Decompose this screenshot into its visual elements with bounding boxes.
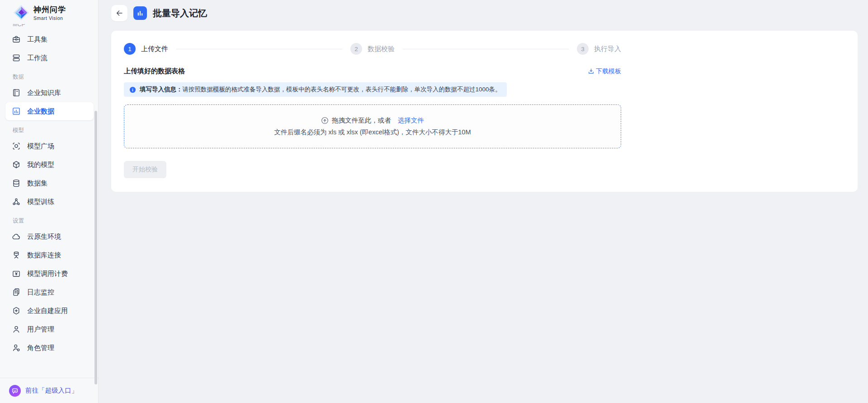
page-header: 批量导入记忆 xyxy=(99,0,868,26)
cloud-icon xyxy=(12,232,21,241)
sidebar-item-label: 云原生环境 xyxy=(27,232,61,241)
sidebar-item-label: 我的模型 xyxy=(27,161,54,169)
super-entry-link[interactable]: 前往「超级入口」 xyxy=(0,378,98,403)
sidebar-item-label: 模型训练 xyxy=(27,198,54,206)
step-execute-import: 3 执行导入 xyxy=(577,43,621,55)
import-info-banner: 填写导入信息：请按照数据模板的格式准备导入数据，模板中的表头名称不可更改，表头行… xyxy=(124,82,507,97)
toolset-icon xyxy=(12,35,21,44)
dropzone-hint-text: 文件后缀名必须为 xls 或 xlsx (即excel格式)，文件大小不得大于1… xyxy=(274,128,471,137)
role-management-icon xyxy=(12,343,21,352)
sidebar-item-label: 模型广场 xyxy=(27,142,54,151)
custom-app-icon xyxy=(12,306,21,315)
sidebar-item-model-training[interactable]: 模型训练 xyxy=(5,193,94,211)
sidebar-item-dataset[interactable]: 数据集 xyxy=(5,174,94,192)
step-data-validation: 2 数据校验 xyxy=(350,43,395,55)
back-button[interactable] xyxy=(111,5,127,21)
start-validation-button[interactable]: 开始校验 xyxy=(124,161,166,178)
sidebar-scrollbar[interactable] xyxy=(94,111,97,384)
model-training-icon xyxy=(12,197,21,206)
brand-subtitle: Smart Vision xyxy=(33,15,66,21)
sidebar-item-workflow[interactable]: 工作流 xyxy=(5,49,94,67)
info-icon xyxy=(129,86,136,93)
sidebar-item-cloud-native[interactable]: 云原生环境 xyxy=(5,228,94,246)
sidebar: 神州问学 Smart Vision MCP 工具集 工作流 数据 企业知识库 企… xyxy=(0,0,99,403)
workflow-icon xyxy=(12,53,21,62)
sidebar-item-my-models[interactable]: 我的模型 xyxy=(5,156,94,174)
section-label-model: 模型 xyxy=(0,127,98,134)
knowledge-base-icon xyxy=(12,88,21,97)
upload-section-title: 上传填好的数据表格 xyxy=(124,67,185,76)
step-upload-file: 1 上传文件 xyxy=(124,43,168,55)
brand-name: 神州问学 xyxy=(33,5,66,15)
sidebar-item-log-monitor[interactable]: 日志监控 xyxy=(5,283,94,301)
billing-icon xyxy=(12,269,21,278)
drag-text: 拖拽文件至此，或者 xyxy=(332,116,391,125)
info-banner-text: 填写导入信息：请按照数据模板的格式准备导入数据，模板中的表头名称不可更改，表头行… xyxy=(140,85,501,94)
database-connection-icon xyxy=(12,251,21,260)
log-monitor-icon xyxy=(12,288,21,297)
sidebar-item-label: 数据库连接 xyxy=(27,251,61,260)
model-plaza-icon xyxy=(12,142,21,151)
sidebar-item-label: 工具集 xyxy=(27,35,47,44)
download-template-label: 下载模板 xyxy=(596,67,621,76)
sidebar-item-custom-app[interactable]: 企业自建应用 xyxy=(5,302,94,320)
main-content: 批量导入记忆 1 上传文件 2 数据校验 3 执行导入 xyxy=(99,0,868,403)
sidebar-item-billing[interactable]: 模型调用计费 xyxy=(5,265,94,283)
super-entry-label: 前往「超级入口」 xyxy=(25,386,78,395)
section-label-settings: 设置 xyxy=(0,217,98,225)
sidebar-item-label: 数据集 xyxy=(27,179,47,188)
download-icon xyxy=(588,68,594,75)
import-card: 1 上传文件 2 数据校验 3 执行导入 上传填好的数据表格 xyxy=(111,31,858,192)
section-label-mcp: MCP xyxy=(0,24,98,28)
dropzone-primary-text: 拖拽文件至此，或者 选择文件 xyxy=(321,116,424,125)
sidebar-item-toolset[interactable]: 工具集 xyxy=(5,30,94,48)
enterprise-data-icon xyxy=(12,107,21,116)
brand-logo-icon xyxy=(13,4,30,21)
sidebar-item-knowledge-base[interactable]: 企业知识库 xyxy=(5,84,94,102)
upload-section-header: 上传填好的数据表格 下载模板 xyxy=(124,67,621,76)
page-title-icon xyxy=(133,6,147,20)
step-connector xyxy=(403,49,569,49)
sidebar-item-label: 企业数据 xyxy=(27,107,54,116)
brand: 神州问学 Smart Vision xyxy=(0,0,98,24)
user-management-icon xyxy=(12,325,21,334)
page-title: 批量导入记忆 xyxy=(153,7,207,19)
dataset-icon xyxy=(12,179,21,188)
sidebar-item-label: 企业自建应用 xyxy=(27,307,68,315)
sidebar-item-user-management[interactable]: 用户管理 xyxy=(5,320,94,338)
step-label: 上传文件 xyxy=(141,45,168,53)
file-dropzone[interactable]: 拖拽文件至此，或者 选择文件 文件后缀名必须为 xls 或 xlsx (即exc… xyxy=(124,104,621,148)
sidebar-item-label: 工作流 xyxy=(27,54,47,62)
sidebar-item-label: 模型调用计费 xyxy=(27,270,68,278)
import-stepper: 1 上传文件 2 数据校验 3 执行导入 xyxy=(124,43,621,55)
info-highlight: 模板 xyxy=(213,86,225,93)
download-template-link[interactable]: 下载模板 xyxy=(588,67,621,76)
sidebar-item-label: 日志监控 xyxy=(27,288,54,297)
step-number: 3 xyxy=(577,43,589,55)
step-number: 1 xyxy=(124,43,136,55)
sidebar-item-label: 企业知识库 xyxy=(27,89,61,97)
step-label: 数据校验 xyxy=(368,45,395,53)
super-entry-icon xyxy=(9,385,21,397)
sidebar-item-role-management[interactable]: 角色管理 xyxy=(5,339,94,357)
sidebar-item-database-connection[interactable]: 数据库连接 xyxy=(5,246,94,264)
upload-icon xyxy=(321,117,329,124)
step-connector xyxy=(176,49,342,49)
choose-file-link[interactable]: 选择文件 xyxy=(398,116,424,125)
back-arrow-icon xyxy=(115,9,123,17)
sidebar-item-label: 角色管理 xyxy=(27,344,54,352)
sidebar-item-enterprise-data[interactable]: 企业数据 xyxy=(5,102,94,120)
sidebar-item-label: 用户管理 xyxy=(27,325,54,334)
step-number: 2 xyxy=(350,43,362,55)
my-models-icon xyxy=(12,160,21,169)
sidebar-nav: MCP 工具集 工作流 数据 企业知识库 企业数据 模型 模型广场 我的模型 xyxy=(0,24,98,378)
sidebar-item-model-plaza[interactable]: 模型广场 xyxy=(5,137,94,155)
section-label-data: 数据 xyxy=(0,73,98,81)
step-label: 执行导入 xyxy=(594,45,621,53)
